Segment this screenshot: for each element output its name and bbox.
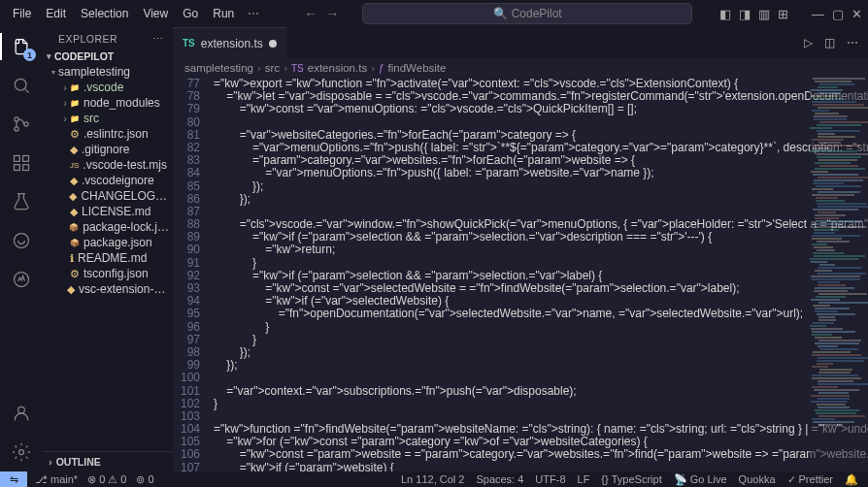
check-icon: ✓ [787, 473, 796, 486]
file-type-icon: 📦 [69, 223, 79, 232]
sidebar: EXPLORER ⋯ CODEPILOT sampletesting📁.vsco… [43, 27, 173, 471]
line-gutter: 7778798081828384858687888990919293949596… [173, 78, 214, 471]
svg-rect-4 [15, 156, 20, 162]
menu-bar: File Edit Selection View Go Run ⋯ [6, 3, 265, 24]
typescript-icon: TS [291, 63, 304, 74]
svg-point-11 [19, 450, 24, 455]
extensions-icon[interactable] [10, 151, 33, 175]
explorer-icon[interactable]: 1 [10, 35, 33, 58]
testing-icon[interactable] [10, 190, 33, 213]
tree-label: package-lock.json [83, 220, 169, 234]
menu-more-icon[interactable]: ⋯ [242, 3, 265, 24]
minimap[interactable] [810, 78, 868, 471]
language-mode[interactable]: {}TypeScript [601, 473, 661, 485]
tree-folder[interactable]: 📁node_modules [43, 95, 173, 111]
toggle-panel-right-icon[interactable]: ▥ [758, 7, 770, 21]
crumb-file[interactable]: extension.ts [308, 62, 367, 74]
search-activity-icon[interactable] [10, 74, 33, 97]
project-section[interactable]: CODEPILOT [43, 49, 173, 64]
tree-label: .vscode-test.mjs [83, 158, 167, 172]
customize-layout-icon[interactable]: ⊞ [778, 7, 788, 21]
close-icon[interactable]: ✕ [851, 7, 862, 21]
chevron-right-icon: › [257, 62, 261, 74]
file-type-icon: ◆ [70, 175, 78, 187]
file-type-icon: ◆ [70, 206, 78, 218]
quokka-status[interactable]: Quokka [739, 473, 776, 485]
menu-run[interactable]: Run [206, 3, 241, 24]
radio-icon: ⊚ [136, 473, 145, 486]
tree-file[interactable]: ◆.vscodeignore [43, 173, 173, 188]
git-branch[interactable]: ⎇main* [35, 473, 78, 486]
tab-actions: ▷ ◫ ⋯ [794, 27, 868, 58]
tree-label: .eslintrc.json [83, 127, 149, 141]
crumb-folder[interactable]: src [265, 62, 280, 74]
menu-view[interactable]: View [136, 3, 175, 24]
remote-indicator-icon[interactable]: ⇋ [0, 471, 27, 487]
svg-point-8 [15, 234, 29, 248]
indentation[interactable]: Spaces: 4 [476, 473, 523, 485]
tree-file[interactable]: 📦package.json [43, 235, 173, 250]
tree-file[interactable]: ◆vsc-extension-quicksta... [43, 281, 173, 297]
file-type-icon: 📁 [70, 99, 80, 108]
tree-file[interactable]: ◆LICENSE.md [43, 204, 173, 219]
chevron-right-icon: › [284, 62, 287, 74]
svg-point-0 [15, 79, 26, 90]
tab-bar: TS extension.ts ▷ ◫ ⋯ [173, 27, 868, 58]
menu-selection[interactable]: Selection [74, 3, 135, 24]
settings-gear-icon[interactable] [10, 440, 33, 464]
split-editor-icon[interactable]: ◫ [824, 36, 835, 49]
tree-file[interactable]: ◆CHANGELOG.md [43, 188, 173, 204]
outline-section[interactable]: OUTLINE [43, 451, 173, 471]
breadcrumbs[interactable]: sampletesting › src › TS extension.ts › … [173, 58, 868, 78]
svg-rect-7 [23, 165, 29, 171]
statusbar: ⇋ ⎇main* ⊗0 ⚠0 ⊚0 Ln 112, Col 2 Spaces: … [0, 471, 868, 487]
crumb-folder[interactable]: sampletesting [184, 62, 253, 74]
eol[interactable]: LF [578, 473, 590, 485]
tree-label: .vscodeignore [82, 174, 154, 187]
tree-label: tsconfig.json [83, 267, 149, 280]
main-area: 1 EXPLORER [0, 27, 868, 471]
code-editor[interactable]: 7778798081828384858687888990919293949596… [173, 78, 868, 471]
sidebar-more-icon[interactable]: ⋯ [152, 33, 164, 45]
menu-go[interactable]: Go [176, 3, 205, 24]
tree-file[interactable]: JS.vscode-test.mjs [43, 157, 173, 173]
notifications-icon[interactable]: 🔔 [845, 473, 858, 486]
file-type-icon: ⚙ [70, 128, 80, 141]
account-icon[interactable] [10, 402, 33, 425]
wallaby-icon[interactable] [10, 268, 33, 291]
tree-file[interactable]: ⚙.eslintrc.json [43, 126, 173, 142]
editor-more-icon[interactable]: ⋯ [847, 36, 858, 49]
prettier-status[interactable]: ✓Prettier [787, 473, 833, 486]
tree-file[interactable]: ◆.gitignore [43, 142, 173, 157]
source-control-icon[interactable] [10, 113, 33, 136]
nav-back-icon[interactable]: ← [304, 6, 317, 21]
quokka-activity-icon[interactable] [10, 229, 33, 252]
command-center[interactable]: 🔍 CodePilot [362, 3, 692, 24]
cursor-position[interactable]: Ln 112, Col 2 [401, 473, 464, 485]
toggle-panel-bottom-icon[interactable]: ◨ [739, 7, 751, 21]
tree-file[interactable]: ⚙tsconfig.json [43, 266, 173, 281]
tree-file[interactable]: ℹREADME.md [43, 250, 173, 266]
code-content[interactable]: ="kw">export ="kw">function ="fn">activa… [214, 78, 868, 471]
tab-extension-ts[interactable]: TS extension.ts [173, 27, 286, 58]
toggle-panel-left-icon[interactable]: ◧ [719, 7, 731, 21]
nav-forward-icon[interactable]: → [325, 6, 339, 21]
problems[interactable]: ⊗0 ⚠0 [87, 473, 126, 486]
file-type-icon: ℹ [70, 252, 74, 265]
explorer-badge: 1 [23, 49, 36, 61]
tree-folder[interactable]: sampletesting [43, 64, 173, 80]
encoding[interactable]: UTF-8 [535, 473, 565, 485]
tree-file[interactable]: 📦package-lock.json [43, 219, 173, 235]
tree-folder[interactable]: 📁.vscode [43, 80, 173, 95]
run-icon[interactable]: ▷ [804, 36, 813, 49]
maximize-icon[interactable]: ▢ [832, 7, 844, 21]
menu-edit[interactable]: Edit [39, 3, 73, 24]
menu-file[interactable]: File [6, 3, 38, 24]
tree-folder[interactable]: 📁src [43, 111, 173, 126]
crumb-symbol[interactable]: findWebsite [388, 62, 447, 74]
go-live[interactable]: 📡Go Live [674, 473, 727, 486]
minimize-icon[interactable]: — [812, 7, 824, 21]
ports[interactable]: ⊚0 [136, 473, 153, 486]
tree-label: node_modules [83, 96, 160, 110]
tree-label: src [83, 112, 99, 125]
